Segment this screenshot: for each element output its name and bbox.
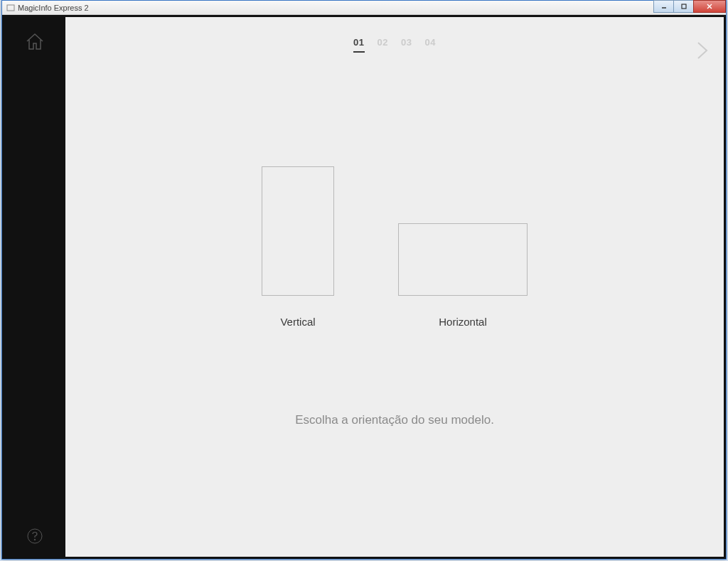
window-title: MagicInfo Express 2 <box>18 4 89 12</box>
minimize-button[interactable] <box>653 0 674 13</box>
step-01[interactable]: 01 <box>353 37 364 53</box>
titlebar: MagicInfo Express 2 <box>2 1 726 15</box>
instruction-text: Escolha a orientação do seu modelo. <box>65 413 724 427</box>
close-button[interactable] <box>693 0 726 13</box>
next-arrow-icon[interactable] <box>694 40 711 61</box>
step-03: 03 <box>401 37 412 53</box>
step-02: 02 <box>378 37 388 53</box>
app-window: MagicInfo Express 2 <box>1 0 727 560</box>
svg-rect-0 <box>7 5 14 11</box>
vertical-label: Vertical <box>280 316 315 328</box>
svg-rect-2 <box>682 4 686 9</box>
step-04: 04 <box>424 37 435 53</box>
sidebar <box>4 17 65 557</box>
vertical-option[interactable]: Vertical <box>262 166 334 328</box>
maximize-button[interactable] <box>673 0 694 13</box>
horizontal-label: Horizontal <box>439 316 487 328</box>
horizontal-option[interactable]: Horizontal <box>398 223 528 328</box>
main-content: 01 02 03 04 Vertical <box>65 17 724 557</box>
orientation-options: Vertical Horizontal <box>65 166 724 328</box>
window-controls <box>654 0 726 13</box>
svg-point-6 <box>34 539 36 540</box>
step-indicator: 01 02 03 04 <box>65 17 724 53</box>
help-icon[interactable] <box>27 528 43 544</box>
app-body: 01 02 03 04 Vertical <box>2 15 726 559</box>
app-icon <box>6 4 15 12</box>
home-icon[interactable] <box>23 30 46 53</box>
horizontal-preview-icon <box>398 223 528 296</box>
vertical-preview-icon <box>262 166 334 296</box>
